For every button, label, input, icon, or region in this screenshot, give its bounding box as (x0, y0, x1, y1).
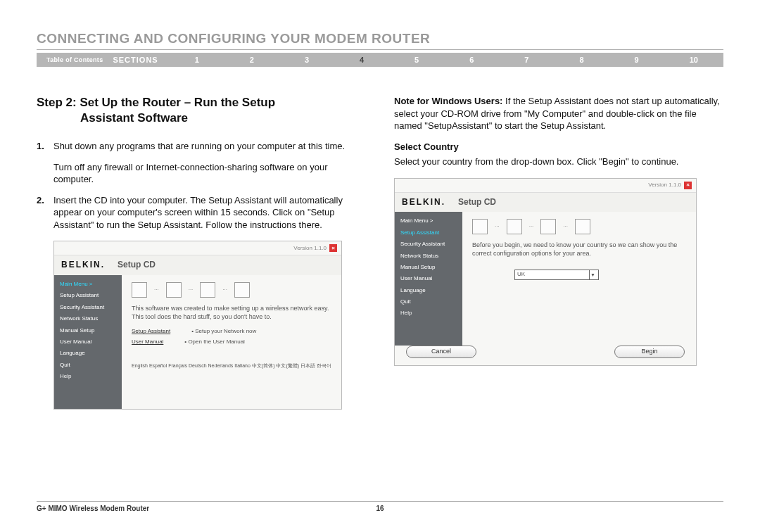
step-heading: Step 2: Set Up the Router – Run the Setu… (37, 95, 366, 126)
title-rule (37, 49, 723, 50)
screenshot-select-country: Version 1.1.0 × BELKIN Setup CD Main Men… (394, 178, 697, 366)
left-column: Step 2: Set Up the Router – Run the Setu… (37, 95, 366, 410)
section-link-2[interactable]: 2 (250, 56, 254, 64)
shotB-subheader: Setup CD (458, 197, 496, 208)
section-navbar: Table of Contents SECTIONS 12345678910 (37, 53, 723, 67)
step-number-1: 1. (37, 140, 53, 153)
footer-page-number: 16 (376, 505, 384, 512)
device-icons-row: ··· ··· ··· (472, 219, 686, 234)
monitor2-icon (507, 219, 522, 234)
shotB-sidebar: Main Menu >Setup AssistantSecurity Assis… (395, 212, 462, 346)
section-link-10[interactable]: 10 (690, 56, 698, 64)
sections-label: SECTIONS (113, 56, 169, 64)
step-1-subtext: Turn off any firewall or Internet-connec… (53, 161, 366, 186)
section-link-8[interactable]: 8 (579, 56, 583, 64)
section-link-3[interactable]: 3 (305, 56, 309, 64)
device-icons-row: ··· ··· ··· (132, 282, 331, 298)
step-text-2: Insert the CD into your computer. The Se… (53, 194, 366, 232)
shotB-instruction: Before you begin, we need to know your c… (472, 241, 686, 258)
link-user-manual[interactable]: User Manual (132, 338, 163, 346)
page-footer: G+ MIMO Wireless Modem Router 16 (37, 501, 723, 512)
shotA-subheader: Setup CD (118, 260, 156, 271)
sidebar-item[interactable]: Main Menu > (400, 217, 457, 224)
sidebar-item[interactable]: Setup Assistant (400, 229, 457, 236)
step-heading-line2: Assistant Software (37, 110, 366, 126)
section-link-7[interactable]: 7 (524, 56, 528, 64)
belkin-logo: BELKIN (402, 197, 445, 208)
chevron-down-icon: ▼ (589, 270, 596, 279)
section-link-6[interactable]: 6 (469, 56, 474, 64)
cancel-button[interactable]: Cancel (406, 346, 476, 358)
begin-button[interactable]: Begin (614, 346, 685, 358)
link-setup-assistant[interactable]: Setup Assistant (132, 328, 170, 335)
sidebar-item[interactable]: Language (400, 287, 457, 294)
shotA-description: This software was created to make settin… (132, 305, 331, 321)
section-link-1[interactable]: 1 (195, 56, 199, 64)
globe-icon (575, 219, 590, 234)
select-country-text: Select your country from the drop-down b… (394, 156, 723, 168)
sidebar-item[interactable]: Manual Setup (60, 327, 116, 334)
step-text-1: Shut down any programs that are running … (53, 140, 366, 153)
windows-note: Note for Windows Users: If the Setup Ass… (394, 95, 723, 132)
country-dropdown[interactable]: UK ▼ (514, 270, 599, 280)
sidebar-item[interactable]: Quit (400, 298, 457, 305)
close-icon[interactable]: × (684, 182, 692, 189)
section-link-4[interactable]: 4 (360, 56, 364, 64)
sidebar-help[interactable]: Help (60, 373, 116, 380)
sidebar-item[interactable]: Network Status (60, 315, 116, 322)
language-list[interactable]: English Español Français Deutsch Nederla… (132, 362, 331, 369)
step-heading-line1: Step 2: Set Up the Router – Run the Setu… (37, 96, 275, 109)
sidebar-item[interactable]: Main Menu > (60, 281, 116, 288)
monitor-icon (472, 219, 488, 234)
step-number-2: 2. (37, 194, 53, 232)
country-dropdown-value: UK (517, 271, 525, 278)
sidebar-item[interactable]: User Manual (400, 275, 457, 282)
windows-note-label: Note for Windows Users: (394, 96, 502, 106)
sidebar-item[interactable]: Manual Setup (400, 264, 457, 271)
right-column: Note for Windows Users: If the Setup Ass… (394, 95, 723, 410)
sidebar-item[interactable]: Setup Assistant (60, 292, 116, 299)
select-country-heading: Select Country (394, 141, 723, 153)
sidebar-help[interactable]: Help (400, 310, 457, 317)
router-icon (540, 219, 556, 234)
doc-title: CONNECTING AND CONFIGURING YOUR MODEM RO… (37, 31, 723, 46)
footer-product: G+ MIMO Wireless Modem Router (37, 505, 149, 512)
close-icon[interactable]: × (329, 244, 337, 252)
router-icon (200, 282, 215, 298)
sidebar-item[interactable]: Security Assistant (400, 241, 457, 248)
shotA-version: Version 1.1.0 (293, 245, 327, 252)
monitor2-icon (166, 282, 182, 298)
monitor-icon (132, 282, 147, 298)
sidebar-item[interactable]: Security Assistant (60, 304, 116, 311)
sidebar-item[interactable]: Network Status (400, 253, 457, 260)
shotA-sidebar: Main Menu >Setup AssistantSecurity Assis… (54, 275, 122, 409)
sidebar-item[interactable]: User Manual (60, 338, 116, 346)
shotB-version: Version 1.1.0 (648, 182, 681, 189)
sidebar-item[interactable]: Language (60, 350, 116, 357)
link-setup-assistant-caption: • Setup your Network now (191, 328, 256, 335)
globe-icon (234, 282, 250, 298)
screenshot-setup-cd-main: Version 1.1.0 × BELKIN Setup CD Main Men… (53, 241, 342, 409)
sidebar-item[interactable]: Quit (60, 362, 116, 369)
belkin-logo: BELKIN (61, 260, 105, 271)
link-user-manual-caption: • Open the User Manual (184, 338, 245, 346)
section-numbers: 12345678910 (170, 56, 723, 64)
section-link-9[interactable]: 9 (635, 56, 639, 64)
toc-link[interactable]: Table of Contents (37, 56, 113, 63)
section-link-5[interactable]: 5 (414, 56, 419, 64)
